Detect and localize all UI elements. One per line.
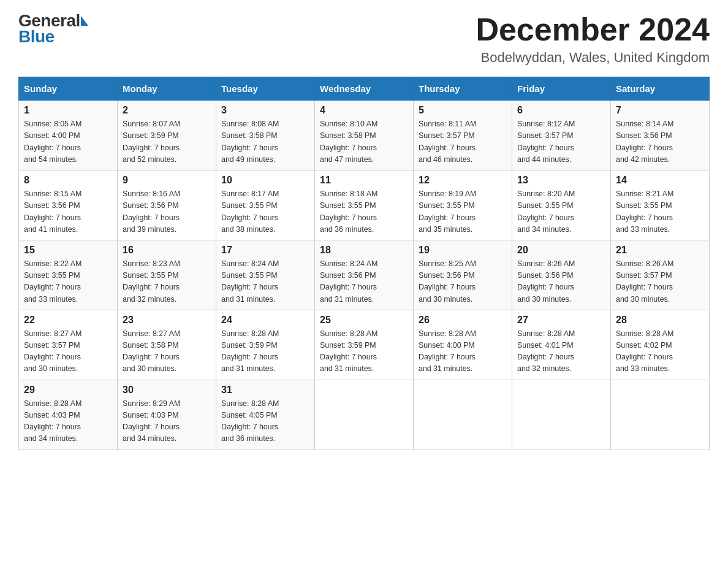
- day-info: Sunrise: 8:28 AMSunset: 4:01 PMDaylight:…: [517, 328, 605, 375]
- day-info: Sunrise: 8:23 AMSunset: 3:55 PMDaylight:…: [123, 258, 211, 305]
- calendar-week-row: 8Sunrise: 8:15 AMSunset: 3:56 PMDaylight…: [19, 170, 710, 240]
- header-friday: Friday: [512, 77, 611, 101]
- sunrise-info: Sunrise: 8:11 AM: [419, 120, 476, 128]
- sunrise-info: Sunrise: 8:14 AM: [616, 120, 673, 128]
- sunset-info: Sunset: 3:55 PM: [616, 201, 672, 210]
- sunrise-info: Sunrise: 8:24 AM: [221, 259, 279, 268]
- sunrise-info: Sunrise: 8:28 AM: [24, 399, 82, 408]
- daylight-info-line2: and 44 minutes.: [517, 155, 571, 164]
- logo-arrow-icon: [81, 16, 88, 26]
- day-number: 2: [123, 105, 211, 116]
- daylight-info-line1: Daylight: 7 hours: [221, 213, 278, 222]
- sunrise-info: Sunrise: 8:28 AM: [320, 329, 377, 338]
- sunset-info: Sunset: 3:56 PM: [24, 201, 80, 210]
- daylight-info-line1: Daylight: 7 hours: [24, 283, 81, 291]
- day-number: 26: [419, 315, 507, 326]
- daylight-info-line2: and 30 minutes.: [419, 295, 472, 304]
- calendar-day-cell: 8Sunrise: 8:15 AMSunset: 3:56 PMDaylight…: [19, 170, 118, 240]
- daylight-info-line1: Daylight: 7 hours: [320, 213, 377, 222]
- sunset-info: Sunset: 3:56 PM: [616, 131, 672, 140]
- daylight-info-line2: and 30 minutes.: [517, 295, 571, 304]
- sunset-info: Sunset: 3:55 PM: [221, 271, 278, 280]
- sunset-info: Sunset: 3:59 PM: [123, 131, 179, 140]
- daylight-info-line1: Daylight: 7 hours: [419, 144, 476, 152]
- day-info: Sunrise: 8:05 AMSunset: 4:00 PMDaylight:…: [24, 118, 112, 166]
- sunrise-info: Sunrise: 8:28 AM: [221, 329, 279, 338]
- calendar-day-cell: 16Sunrise: 8:23 AMSunset: 3:55 PMDayligh…: [118, 240, 216, 310]
- day-number: 8: [24, 175, 112, 186]
- calendar-day-cell: 10Sunrise: 8:17 AMSunset: 3:55 PMDayligh…: [216, 170, 315, 240]
- day-number: 9: [123, 175, 211, 186]
- sunset-info: Sunset: 3:55 PM: [123, 271, 179, 280]
- sunset-info: Sunset: 3:58 PM: [320, 131, 376, 140]
- day-info: Sunrise: 8:19 AMSunset: 3:55 PMDaylight:…: [419, 188, 507, 236]
- daylight-info-line1: Daylight: 7 hours: [419, 213, 476, 222]
- sunrise-info: Sunrise: 8:05 AM: [24, 120, 82, 128]
- day-info: Sunrise: 8:20 AMSunset: 3:55 PMDaylight:…: [517, 188, 605, 236]
- header-monday: Monday: [118, 77, 216, 101]
- sunrise-info: Sunrise: 8:27 AM: [24, 329, 82, 338]
- header-wednesday: Wednesday: [315, 77, 414, 101]
- day-number: 4: [320, 105, 408, 116]
- daylight-info-line2: and 36 minutes.: [320, 225, 374, 234]
- calendar-day-cell: 21Sunrise: 8:26 AMSunset: 3:57 PMDayligh…: [611, 240, 710, 310]
- day-info: Sunrise: 8:28 AMSunset: 3:59 PMDaylight:…: [320, 328, 408, 375]
- sunset-info: Sunset: 3:56 PM: [419, 271, 475, 280]
- calendar-day-cell: 11Sunrise: 8:18 AMSunset: 3:55 PMDayligh…: [315, 170, 414, 240]
- sunset-info: Sunset: 3:55 PM: [517, 201, 574, 210]
- month-title: December 2024: [476, 12, 710, 47]
- sunset-info: Sunset: 3:55 PM: [221, 201, 278, 210]
- daylight-info-line2: and 34 minutes.: [24, 434, 78, 443]
- day-info: Sunrise: 8:28 AMSunset: 4:03 PMDaylight:…: [24, 398, 112, 445]
- sunrise-info: Sunrise: 8:18 AM: [320, 190, 377, 198]
- daylight-info-line2: and 49 minutes.: [221, 155, 275, 164]
- daylight-info-line2: and 34 minutes.: [517, 225, 571, 234]
- sunset-info: Sunset: 4:00 PM: [419, 341, 475, 350]
- day-info: Sunrise: 8:28 AMSunset: 4:05 PMDaylight:…: [221, 398, 309, 445]
- sunset-info: Sunset: 3:55 PM: [419, 201, 475, 210]
- calendar-week-row: 1Sunrise: 8:05 AMSunset: 4:00 PMDaylight…: [19, 101, 710, 170]
- daylight-info-line2: and 33 minutes.: [616, 225, 670, 234]
- sunset-info: Sunset: 3:57 PM: [419, 131, 475, 140]
- daylight-info-line1: Daylight: 7 hours: [320, 353, 377, 361]
- header-sunday: Sunday: [19, 77, 118, 101]
- calendar-day-cell: 15Sunrise: 8:22 AMSunset: 3:55 PMDayligh…: [19, 240, 118, 310]
- sunrise-info: Sunrise: 8:29 AM: [123, 399, 180, 408]
- sunset-info: Sunset: 3:57 PM: [517, 131, 574, 140]
- day-number: 28: [616, 315, 704, 326]
- sunrise-info: Sunrise: 8:28 AM: [419, 329, 476, 338]
- calendar-day-cell: 30Sunrise: 8:29 AMSunset: 4:03 PMDayligh…: [118, 380, 216, 450]
- daylight-info-line1: Daylight: 7 hours: [616, 353, 673, 361]
- daylight-info-line2: and 32 minutes.: [517, 364, 571, 373]
- logo-blue: Blue: [18, 28, 88, 45]
- daylight-info-line1: Daylight: 7 hours: [616, 144, 673, 152]
- daylight-info-line1: Daylight: 7 hours: [517, 144, 574, 152]
- daylight-info-line2: and 34 minutes.: [123, 434, 176, 443]
- weekday-header-row: Sunday Monday Tuesday Wednesday Thursday…: [19, 77, 710, 101]
- sunset-info: Sunset: 4:03 PM: [123, 411, 179, 419]
- day-info: Sunrise: 8:28 AMSunset: 4:00 PMDaylight:…: [419, 328, 507, 375]
- daylight-info-line1: Daylight: 7 hours: [24, 423, 81, 431]
- sunset-info: Sunset: 4:02 PM: [616, 341, 672, 350]
- daylight-info-line2: and 52 minutes.: [123, 155, 176, 164]
- daylight-info-line1: Daylight: 7 hours: [221, 283, 278, 291]
- calendar-day-cell: [611, 380, 710, 450]
- daylight-info-line1: Daylight: 7 hours: [123, 283, 180, 291]
- sunrise-info: Sunrise: 8:15 AM: [24, 190, 82, 198]
- day-info: Sunrise: 8:21 AMSunset: 3:55 PMDaylight:…: [616, 188, 704, 236]
- calendar-day-cell: 29Sunrise: 8:28 AMSunset: 4:03 PMDayligh…: [19, 380, 118, 450]
- daylight-info-line2: and 39 minutes.: [123, 225, 176, 234]
- day-info: Sunrise: 8:18 AMSunset: 3:55 PMDaylight:…: [320, 188, 408, 236]
- daylight-info-line1: Daylight: 7 hours: [123, 144, 180, 152]
- daylight-info-line1: Daylight: 7 hours: [419, 283, 476, 291]
- sunrise-info: Sunrise: 8:24 AM: [320, 259, 377, 268]
- day-number: 1: [24, 105, 112, 116]
- calendar-day-cell: 3Sunrise: 8:08 AMSunset: 3:58 PMDaylight…: [216, 101, 315, 170]
- sunset-info: Sunset: 4:05 PM: [221, 411, 278, 419]
- daylight-info-line1: Daylight: 7 hours: [123, 353, 180, 361]
- calendar-day-cell: 26Sunrise: 8:28 AMSunset: 4:00 PMDayligh…: [414, 310, 512, 380]
- sunrise-info: Sunrise: 8:25 AM: [419, 259, 476, 268]
- daylight-info-line1: Daylight: 7 hours: [320, 283, 377, 291]
- day-number: 25: [320, 315, 408, 326]
- sunrise-info: Sunrise: 8:17 AM: [221, 190, 279, 198]
